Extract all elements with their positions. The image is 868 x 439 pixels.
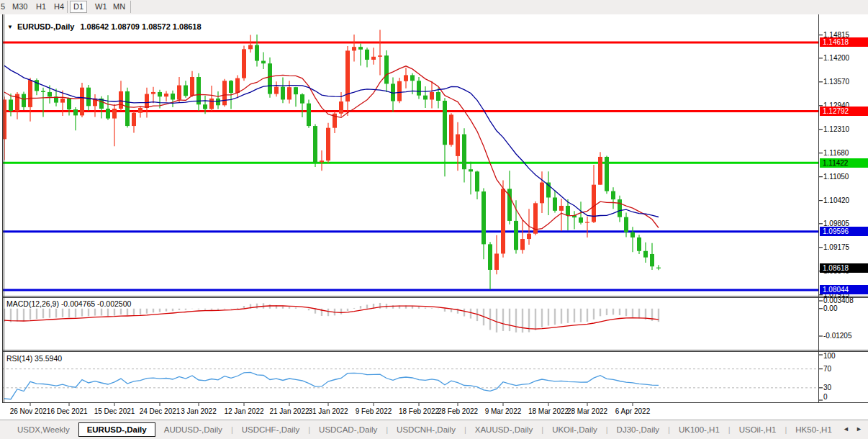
price-tick-label: 1.12310 <box>823 125 849 134</box>
candle-body <box>307 104 311 126</box>
tab-eurusd-daily[interactable]: EURUSD-,Daily <box>78 422 155 437</box>
price-badge[interactable]: 1.14618 <box>820 37 868 47</box>
date-label: 6 Dec 2021 <box>50 407 87 415</box>
tab-usoil-h1[interactable]: USOil-,H1 <box>731 422 785 437</box>
candle-body <box>151 92 155 94</box>
macd-indicator-label: MACD(12,26,9) -0.004765 -0.002500 <box>6 299 131 308</box>
candle-body <box>579 217 583 222</box>
price-badge[interactable]: 1.08618 <box>820 263 868 273</box>
candle-body <box>28 80 32 107</box>
candle-body <box>326 128 330 161</box>
tab-uk100-h1[interactable]: UK100-,H1 <box>670 422 728 437</box>
candle-body <box>294 87 298 94</box>
tab-usdcnh-daily[interactable]: USDCNH-,Daily <box>388 422 464 437</box>
candle-body <box>203 104 207 109</box>
tab-usdcad-daily[interactable]: USDCAD-,Daily <box>310 422 386 437</box>
candles-layer[interactable] <box>2 30 818 290</box>
candle-body <box>145 94 149 108</box>
timeframe-button-mn[interactable]: MN <box>110 1 128 12</box>
candle-body <box>637 237 641 251</box>
candle-body <box>384 55 389 83</box>
tabs-scroll-left-icon[interactable]: ◄ <box>843 425 849 433</box>
candle-body <box>320 160 324 162</box>
candle-body <box>436 92 440 101</box>
toolbar-separator <box>130 1 131 13</box>
rsi-tick-label: 70 <box>823 365 831 374</box>
rsi-value: 35.5940 <box>35 354 62 363</box>
candle-body <box>352 47 356 50</box>
candle-body <box>196 77 201 104</box>
candle-body <box>190 77 194 96</box>
timeframe-button-m30[interactable]: M30 <box>9 1 30 12</box>
rsi-tick-label: 30 <box>823 384 831 392</box>
date-label: 21 Jan 2022 <box>269 407 309 415</box>
candle-body <box>585 222 589 222</box>
price-badge[interactable]: 1.12792 <box>820 107 868 116</box>
candle-body <box>177 86 181 100</box>
candle-body <box>242 49 246 78</box>
rsi-line <box>4 372 659 399</box>
date-label: 12 Jan 2022 <box>224 407 263 415</box>
rsi-name: RSI(14) <box>6 354 32 363</box>
candle-body <box>656 268 661 268</box>
symbol-tab-bar: USDX,WeeklyEURUSD-,DailyAUDUSD-,Daily|US… <box>0 420 868 439</box>
price-badge[interactable]: 1.11422 <box>820 158 868 168</box>
candle-body <box>618 199 622 217</box>
price-badge[interactable]: 1.09596 <box>820 227 868 236</box>
tab-audusd-daily[interactable]: AUDUSD-,Daily <box>155 422 231 437</box>
macd-signal-line <box>4 306 659 329</box>
date-label: 24 Dec 2021 <box>140 407 181 415</box>
tab-xauusd-daily[interactable]: XAUUSD-,Daily <box>466 422 542 437</box>
chart-ohlc-values: 1.08642 1.08709 1.08572 1.08618 <box>80 22 201 31</box>
price-chart-canvas[interactable] <box>0 14 868 420</box>
timeframe-button-h1[interactable]: H1 <box>33 1 49 12</box>
tab-usdchf-daily[interactable]: USDCHF-,Daily <box>233 422 309 437</box>
moving-average-line-20 <box>4 65 659 217</box>
tab-ukoil-daily[interactable]: UKOil-,Daily <box>543 422 606 437</box>
candle-body <box>209 99 214 109</box>
candle-body <box>624 217 628 232</box>
macd-tick-label: -0.01205 <box>823 332 851 340</box>
candle-body <box>365 50 369 60</box>
candle-body <box>611 191 615 200</box>
candle-body <box>456 135 460 156</box>
tab-hk50-h1[interactable]: HK50-,H1 <box>787 422 841 437</box>
rsi-tick-label: 100 <box>823 352 836 361</box>
candle-body <box>80 88 84 116</box>
macd-tick-label: 0.00 <box>823 304 837 313</box>
candle-body <box>559 206 564 211</box>
price-tick-label: 1.13570 <box>823 78 849 86</box>
candle-body <box>482 191 486 244</box>
candle-body <box>650 254 654 266</box>
candle-body <box>397 81 402 101</box>
collapse-triangle-icon[interactable]: ▼ <box>7 24 13 30</box>
timeframe-button-w1[interactable]: W1 <box>92 1 110 12</box>
date-label: 3 Jan 2022 <box>181 407 217 415</box>
candle-body <box>287 87 291 99</box>
candle-body <box>598 157 602 185</box>
candle-body <box>86 88 91 107</box>
timeframe-button-h4[interactable]: H4 <box>51 1 67 12</box>
date-label: 31 Jan 2022 <box>308 407 348 415</box>
candle-body <box>132 113 136 126</box>
price-badge[interactable]: 1.08044 <box>820 285 868 294</box>
candle-body <box>60 99 65 103</box>
candle-body <box>417 81 421 95</box>
candle-body <box>423 96 428 100</box>
candle-body <box>475 171 479 191</box>
tab-usdx-weekly[interactable]: USDX,Weekly <box>9 422 78 437</box>
candle-body <box>248 45 253 50</box>
candle-body <box>9 99 13 111</box>
candle-body <box>313 126 317 162</box>
tabs-scroll-right-icon[interactable]: ► <box>856 425 862 433</box>
candle-body <box>443 101 447 145</box>
candle-body <box>430 92 434 99</box>
candle-body <box>274 87 279 94</box>
timeframe-button-5[interactable]: 5 <box>0 1 8 12</box>
candle-body <box>462 135 466 170</box>
timeframe-button-d1[interactable]: D1 <box>70 1 87 13</box>
tab-dj30-daily[interactable]: DJ30-,Daily <box>608 422 668 437</box>
candle-body <box>222 81 227 105</box>
candle-body <box>371 57 376 60</box>
trading-terminal: 5M30H1H4D1W1MN ▼EURUSD-,Daily1.08642 1.0… <box>0 0 868 439</box>
